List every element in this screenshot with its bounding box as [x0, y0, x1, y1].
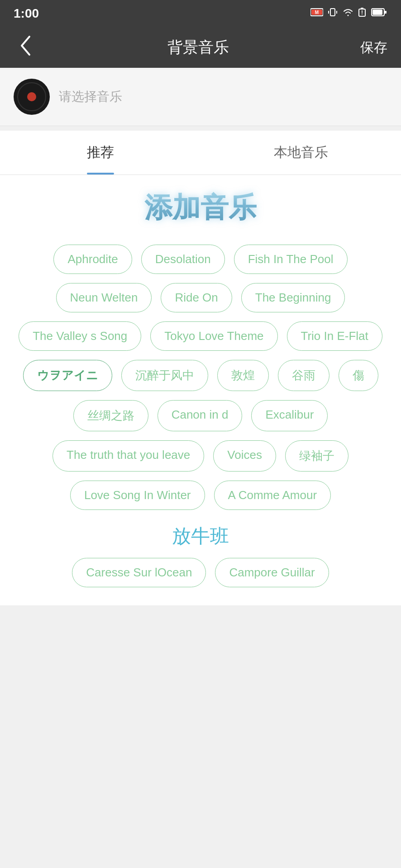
vibrate-icon [328, 7, 338, 20]
svg-rect-11 [372, 9, 382, 15]
section-divider [0, 126, 401, 131]
page-title: 背景音乐 [167, 37, 229, 58]
status-bar: 1:00 M ! [0, 0, 401, 27]
status-time: 1:00 [14, 6, 39, 21]
tag-guyu[interactable]: 谷雨 [278, 360, 329, 391]
tag-tokyo-love-theme[interactable]: Tokyo Love Theme [150, 321, 277, 351]
tag-green-sleeve[interactable]: 绿袖子 [285, 440, 348, 472]
music-placeholder: 请选择音乐 [59, 88, 122, 105]
tabs-container: 推荐 本地音乐 [0, 131, 401, 175]
tag-campore[interactable]: Campore Guillar [215, 558, 329, 587]
svg-rect-3 [330, 9, 335, 16]
tag-love-song-in-winter[interactable]: Love Song In Winter [70, 481, 205, 510]
tab-local-music[interactable]: 本地音乐 [200, 131, 401, 175]
tag-neun-welten[interactable]: Neun Welten [56, 283, 152, 312]
bottom-tags-row: Caresse Sur lOcean Campore Guillar [14, 558, 387, 587]
tag-the-beginning[interactable]: The Beginning [241, 283, 345, 312]
tag-silk-road[interactable]: 丝绸之路 [73, 400, 148, 431]
status-icons: M ! [310, 7, 387, 20]
tag-voices[interactable]: Voices [213, 440, 276, 472]
wifi-icon [342, 7, 354, 20]
nav-bar: 背景音乐 保存 [0, 27, 401, 68]
svg-text:!: ! [361, 9, 363, 16]
tag-dunhuang[interactable]: 敦煌 [217, 360, 269, 391]
add-music-title: 添加音乐 [14, 189, 387, 226]
tag-caresse[interactable]: Caresse Sur lOcean [72, 558, 206, 587]
tag-desolation[interactable]: Desolation [141, 245, 225, 274]
main-content: 添加音乐 Aphrodite Desolation Fish In The Po… [0, 175, 401, 605]
tag-a-comme-amour[interactable]: A Comme Amour [214, 481, 331, 510]
tags-container: Aphrodite Desolation Fish In The Pool Ne… [14, 245, 387, 510]
tag-the-valley-s-song[interactable]: The Valley s Song [19, 321, 141, 351]
tag-aphrodite[interactable]: Aphrodite [53, 245, 132, 274]
svg-rect-10 [384, 11, 387, 14]
back-button[interactable] [14, 30, 36, 65]
vinyl-icon [14, 79, 50, 115]
battery-warning-icon: ! [358, 7, 367, 20]
save-button[interactable]: 保存 [360, 38, 387, 57]
notification-badge: M [310, 7, 323, 20]
tab-recommended[interactable]: 推荐 [0, 131, 200, 175]
battery-icon [371, 7, 387, 20]
tag-ride-on[interactable]: Ride On [161, 283, 232, 312]
section-title: 放牛班 [14, 524, 387, 549]
tag-uwozaini[interactable]: ウヲアイニ [23, 360, 112, 391]
tag-canon-in-d[interactable]: Canon in d [158, 400, 243, 431]
svg-text:M: M [315, 10, 319, 15]
music-card: 请选择音乐 [0, 68, 401, 126]
tag-fish-in-the-pool[interactable]: Fish In The Pool [234, 245, 348, 274]
tag-trio-in-e-flat[interactable]: Trio In E-Flat [287, 321, 382, 351]
tag-shang[interactable]: 傷 [339, 360, 378, 391]
tag-chenzu-fenzhong[interactable]: 沉醉于风中 [121, 360, 208, 391]
tag-truth-that-you-leave[interactable]: The truth that you leave [53, 440, 204, 472]
tag-excalibur[interactable]: Excalibur [251, 400, 328, 431]
